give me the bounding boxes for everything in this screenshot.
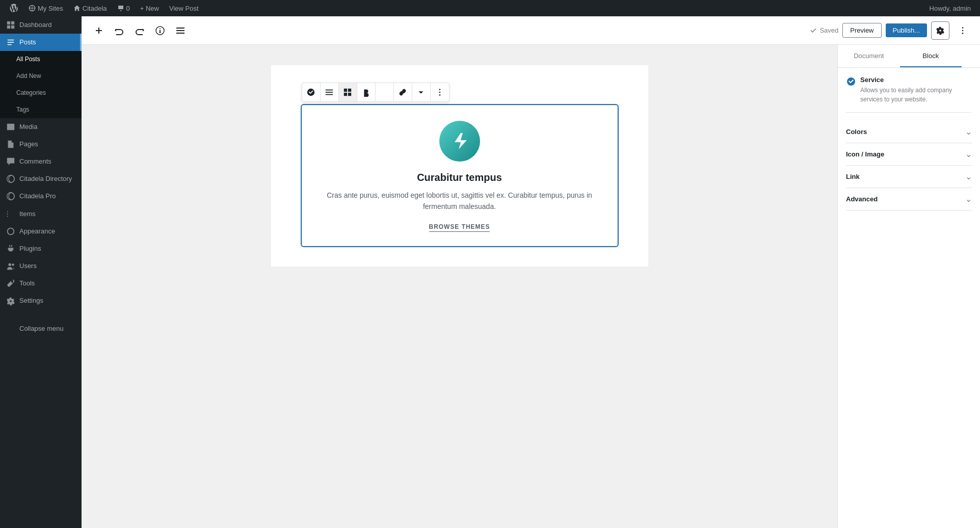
adminbar-comments[interactable]: 0 bbox=[112, 0, 135, 16]
submenu-tags[interactable]: Tags bbox=[0, 101, 82, 118]
block-bold-button[interactable] bbox=[357, 83, 376, 101]
adminbar-citadela[interactable]: Citadela bbox=[68, 0, 112, 16]
more-options-button[interactable] bbox=[953, 21, 972, 40]
saved-status: Saved bbox=[809, 27, 838, 35]
settings-panel-button[interactable] bbox=[931, 21, 949, 40]
panel-content: Service Allows you to easily add company… bbox=[838, 68, 980, 528]
svg-rect-21 bbox=[176, 30, 184, 31]
tools-icon bbox=[6, 279, 15, 288]
wp-logo[interactable] bbox=[4, 0, 23, 16]
add-new-label: Add New bbox=[16, 72, 41, 81]
sidebar-item-settings[interactable]: Settings bbox=[0, 292, 82, 309]
sidebar-menu: Dashboard Posts All Posts Add New Catego… bbox=[0, 16, 82, 337]
comments-icon bbox=[117, 5, 124, 12]
svg-rect-31 bbox=[344, 93, 347, 96]
submenu-categories[interactable]: Categories bbox=[0, 85, 82, 101]
tags-label: Tags bbox=[16, 105, 29, 114]
service-link[interactable]: BROWSE THEMES bbox=[429, 223, 490, 232]
italic-icon bbox=[380, 88, 389, 97]
main-layout: Dashboard Posts All Posts Add New Catego… bbox=[0, 16, 980, 528]
info-button[interactable] bbox=[151, 21, 169, 40]
pro-icon bbox=[6, 192, 15, 201]
view-post-label: View Post bbox=[169, 5, 199, 12]
svg-rect-26 bbox=[326, 90, 333, 91]
editor-content-area[interactable]: Start writing or type / to choose a bloc… bbox=[271, 65, 648, 267]
sidebar-item-plugins[interactable]: Plugins bbox=[0, 240, 82, 257]
colors-title: Colors bbox=[846, 128, 867, 136]
appearance-label: Appearance bbox=[19, 227, 55, 236]
appearance-icon bbox=[6, 227, 15, 236]
close-panel-button[interactable] bbox=[962, 45, 980, 67]
tools-label: Tools bbox=[19, 279, 35, 288]
vertical-dots-icon bbox=[958, 26, 967, 35]
sidebar-item-media[interactable]: Media bbox=[0, 118, 82, 136]
svg-point-23 bbox=[962, 27, 964, 29]
svg-point-16 bbox=[12, 263, 14, 266]
tab-block[interactable]: Block bbox=[900, 45, 962, 67]
submenu-all-posts[interactable]: All Posts bbox=[0, 51, 82, 68]
block-italic-button[interactable] bbox=[376, 83, 394, 101]
sidebar-item-posts[interactable]: Posts bbox=[0, 34, 82, 51]
dashboard-label: Dashboard bbox=[19, 20, 52, 30]
sidebar-item-users[interactable]: Users bbox=[0, 257, 82, 275]
right-panel: Document Block Service Allows you to eas… bbox=[837, 45, 980, 528]
link-section-header[interactable]: Link ⌄ bbox=[846, 166, 972, 188]
service-panel-description: Allows you to easily add company service… bbox=[860, 86, 972, 104]
redo-icon bbox=[135, 25, 145, 36]
sidebar-item-tools[interactable]: Tools bbox=[0, 275, 82, 292]
preview-button[interactable]: Preview bbox=[842, 23, 881, 38]
settings-label: Settings bbox=[19, 296, 43, 305]
new-label: + New bbox=[140, 5, 159, 12]
sidebar-item-items[interactable]: Items bbox=[0, 205, 82, 223]
tab-document[interactable]: Document bbox=[838, 45, 900, 67]
service-block-wrapper[interactable]: Curabitur tempus Cras ante purus, euismo… bbox=[302, 105, 618, 246]
sidebar-item-citadela-pro[interactable]: Citadela Pro bbox=[0, 188, 82, 205]
sites-icon bbox=[29, 5, 36, 12]
block-list-view-button[interactable] bbox=[321, 83, 339, 101]
sidebar-item-citadela-directory[interactable]: Citadela Directory bbox=[0, 170, 82, 188]
block-link-button[interactable] bbox=[394, 83, 412, 101]
undo-button[interactable] bbox=[110, 21, 128, 40]
publish-button[interactable]: Publish... bbox=[886, 23, 927, 37]
service-title: Curabitur tempus bbox=[312, 172, 607, 183]
svg-point-13 bbox=[7, 214, 8, 215]
block-check-button[interactable] bbox=[302, 83, 321, 101]
sidebar-item-appearance[interactable]: Appearance bbox=[0, 223, 82, 240]
add-block-button[interactable] bbox=[90, 21, 108, 40]
sidebar-item-pages[interactable]: Pages bbox=[0, 136, 82, 153]
service-check-icon bbox=[846, 76, 856, 87]
service-info: Service Allows you to easily add company… bbox=[846, 76, 972, 113]
chevron-down-icon bbox=[416, 88, 426, 97]
service-description: Cras ante purus, euismod eget lobortis u… bbox=[312, 190, 607, 213]
lightning-icon bbox=[449, 131, 470, 151]
panel-section-colors: Colors ⌄ bbox=[846, 121, 972, 143]
collapse-icon bbox=[6, 324, 15, 333]
sidebar-item-collapse[interactable]: Collapse menu bbox=[0, 320, 82, 337]
block-grid-view-button[interactable] bbox=[339, 83, 357, 101]
submenu-add-new[interactable]: Add New bbox=[0, 68, 82, 85]
adminbar-new[interactable]: + New bbox=[135, 0, 164, 16]
icon-image-section-header[interactable]: Icon / Image ⌄ bbox=[846, 143, 972, 165]
advanced-section-header[interactable]: Advanced ⌄ bbox=[846, 188, 972, 210]
advanced-title: Advanced bbox=[846, 195, 878, 203]
sidebar-item-dashboard[interactable]: Dashboard bbox=[0, 16, 82, 34]
block-more-button[interactable] bbox=[431, 83, 449, 101]
redo-button[interactable] bbox=[130, 21, 149, 40]
adminbar-view-post[interactable]: View Post bbox=[164, 0, 204, 16]
tools-button[interactable] bbox=[171, 21, 190, 40]
items-label: Items bbox=[19, 209, 36, 219]
sidebar-item-comments[interactable]: Comments bbox=[0, 153, 82, 170]
dashboard-icon bbox=[6, 20, 15, 30]
items-icon bbox=[6, 209, 15, 219]
svg-point-34 bbox=[439, 92, 440, 93]
block-dropdown-button[interactable] bbox=[412, 83, 431, 101]
colors-section-header[interactable]: Colors ⌄ bbox=[846, 121, 972, 143]
svg-rect-27 bbox=[326, 92, 333, 93]
comments-count: 0 bbox=[126, 5, 130, 12]
svg-rect-28 bbox=[326, 94, 333, 95]
svg-rect-6 bbox=[7, 25, 10, 29]
editor-canvas[interactable]: Start writing or type / to choose a bloc… bbox=[82, 45, 837, 528]
hamburger-icon bbox=[175, 25, 186, 36]
service-card[interactable]: Curabitur tempus Cras ante purus, euismo… bbox=[302, 105, 618, 246]
adminbar-my-sites[interactable]: My Sites bbox=[23, 0, 68, 16]
